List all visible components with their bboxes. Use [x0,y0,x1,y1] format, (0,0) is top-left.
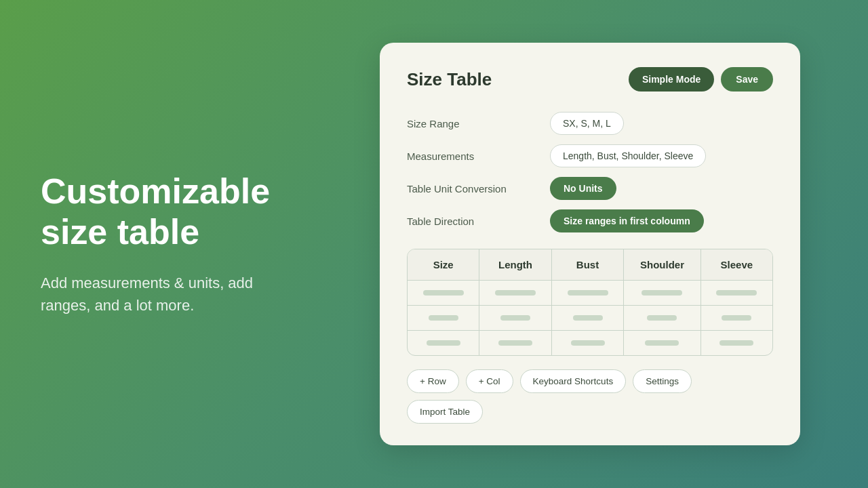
cell-placeholder [647,315,677,321]
cell-placeholder [645,340,679,346]
cell-placeholder [571,340,605,346]
measurements-row: Measurements Length, Bust, Shoulder, Sle… [407,144,773,167]
cell-placeholder [427,340,460,346]
bottom-action-button[interactable]: Import Table [407,400,483,424]
card-title: Size Table [407,69,492,90]
size-table-card: Size Table Simple Mode Save Size Range S… [380,43,800,445]
table-row [408,331,772,356]
bottom-buttons: + Row+ ColKeyboard ShortcutsSettingsImpo… [407,369,773,424]
table-header-cell: Shoulder [624,249,701,281]
bottom-action-button[interactable]: Keyboard Shortcuts [520,369,627,393]
direction-label: Table Direction [407,216,539,227]
bottom-action-button[interactable]: Settings [633,369,692,393]
cell-placeholder [642,290,682,296]
cell-placeholder [573,315,603,321]
table-container: SizeLengthBustShoulderSleeve [407,249,773,356]
measurements-label: Measurements [407,150,539,162]
bottom-action-button[interactable]: + Row [407,369,459,393]
cell-placeholder [568,290,608,296]
table-header-cell: Bust [551,249,623,281]
cell-placeholder [722,315,751,321]
cell-placeholder [719,340,753,346]
hero-description: Add measurements & units, add ranges, an… [41,272,271,317]
unit-conversion-row: Table Unit Conversion No Units [407,177,773,200]
table-row [408,306,772,331]
direction-row: Table Direction Size ranges in first col… [407,209,773,232]
save-button[interactable]: Save [721,67,773,92]
size-table: SizeLengthBustShoulderSleeve [408,249,772,355]
measurements-value[interactable]: Length, Bust, Shoulder, Sleeve [550,144,706,167]
table-row [408,281,772,306]
cell-placeholder [500,315,530,321]
table-header-cell: Length [479,249,551,281]
config-section: Size Range SX, S, M, L Measurements Leng… [407,112,773,232]
table-header-cell: Size [408,249,479,281]
size-range-row: Size Range SX, S, M, L [407,112,773,135]
header-buttons: Simple Mode Save [629,67,773,92]
size-range-value[interactable]: SX, S, M, L [550,112,624,135]
cell-placeholder [423,290,464,296]
size-range-label: Size Range [407,118,539,129]
simple-mode-button[interactable]: Simple Mode [629,67,714,92]
table-header-row: SizeLengthBustShoulderSleeve [408,249,772,281]
bottom-action-button[interactable]: + Col [466,369,513,393]
unit-conversion-value[interactable]: No Units [550,177,616,200]
direction-value[interactable]: Size ranges in first coloumn [550,209,704,232]
table-header-cell: Sleeve [701,249,772,281]
card-header: Size Table Simple Mode Save [407,67,773,92]
cell-placeholder [495,290,536,296]
hero-title: Customizable size table [41,171,271,253]
cell-placeholder [429,315,458,321]
cell-placeholder [498,340,532,346]
cell-placeholder [716,290,757,296]
unit-conversion-label: Table Unit Conversion [407,183,539,195]
